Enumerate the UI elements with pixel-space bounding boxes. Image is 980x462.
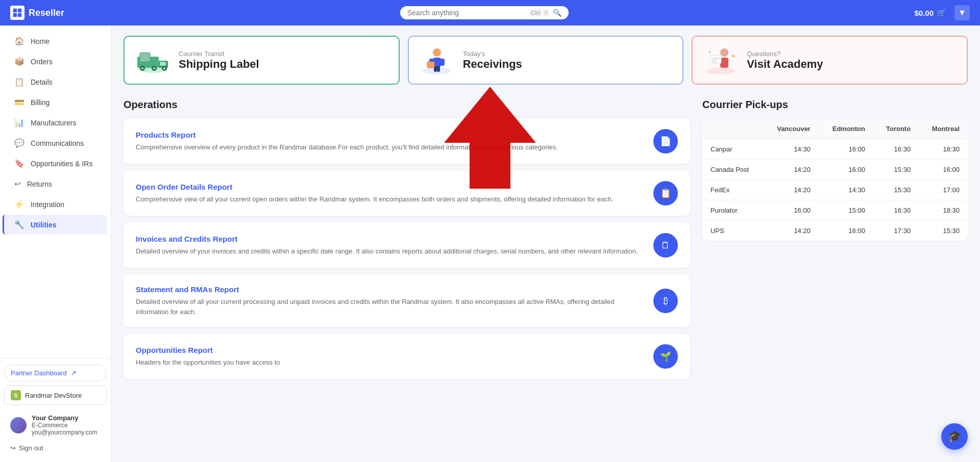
receivings-sub: Today's — [463, 50, 522, 58]
sidebar-label-billing: Billing — [31, 98, 50, 107]
svg-point-11 — [153, 67, 155, 69]
statement-desc: Detailed overview of all your current pr… — [136, 297, 645, 317]
cell-vancouver: 16:00 — [763, 200, 819, 221]
home-icon: 🏠 — [14, 36, 24, 46]
user-email: you@yourcompany.com — [32, 429, 97, 436]
cell-carrier: UPS — [702, 221, 763, 241]
sidebar-item-billing[interactable]: 💳 Billing — [4, 92, 107, 112]
operation-products-report: Products Report Comprehensive overview o… — [124, 119, 690, 164]
sidebar-item-orders[interactable]: 📦 Orders — [4, 52, 107, 71]
svg-text:✦: ✦ — [708, 50, 712, 55]
open-order-button[interactable]: 📋 — [653, 181, 678, 206]
statement-button[interactable]: ₿ — [653, 289, 678, 313]
search-icon: 🔍 — [553, 9, 561, 17]
orders-icon: 📦 — [14, 57, 24, 66]
opportunities-title[interactable]: Opportunities Report — [136, 346, 645, 354]
statement-title[interactable]: Statement and RMAs Report — [136, 285, 645, 294]
sidebar: 🏠 Home 📦 Orders 📋 Details 💳 Billing 📊 Ma… — [0, 25, 111, 462]
user-dropdown-button[interactable]: ▼ — [954, 5, 970, 20]
billing-icon: 💳 — [14, 97, 24, 107]
details-icon: 📋 — [14, 77, 24, 87]
svg-point-17 — [433, 48, 441, 57]
receivings-main: Receivings — [463, 58, 522, 71]
sidebar-label-integration: Integration — [31, 200, 64, 209]
pickup-table-wrap: Vancouver Edmonton Toronto Montreal Canp… — [702, 119, 968, 241]
col-toronto: Toronto — [873, 119, 919, 139]
sidebar-item-utilities[interactable]: 🔧 Utilities — [3, 215, 107, 235]
integration-icon: ⚡ — [14, 199, 24, 209]
products-report-button[interactable]: 📄 — [653, 129, 678, 153]
sidebar-label-utilities: Utilities — [31, 221, 57, 229]
statement-info: Statement and RMAs Report Detailed overv… — [136, 285, 645, 317]
cell-edmonton: 15:00 — [819, 200, 873, 221]
cell-vancouver: 14:30 — [763, 139, 819, 160]
operation-statement: Statement and RMAs Report Detailed overv… — [124, 275, 690, 327]
shipping-main: Shipping Label — [179, 58, 259, 71]
receivings-text: Today's Receivings — [463, 50, 522, 71]
cart-amount[interactable]: $0.00 🛒 — [914, 8, 946, 17]
svg-rect-1 — [18, 9, 22, 13]
cell-toronto: 16:30 — [873, 139, 919, 160]
pickup-panel: Courrier Pick-ups Vancouver Edmonton Tor… — [702, 99, 968, 386]
pickup-title: Courrier Pick-ups — [702, 99, 968, 111]
col-vancouver: Vancouver — [763, 119, 819, 139]
pickup-table: Vancouver Edmonton Toronto Montreal Canp… — [702, 119, 968, 241]
academy-main: Visit Academy — [747, 58, 823, 71]
returns-icon: ↩ — [14, 179, 21, 189]
cell-montreal: 18:30 — [919, 139, 968, 160]
search-bar[interactable]: Ctrl / 🔍 — [400, 6, 569, 19]
user-details: Your Company E-Commerce you@yourcompany.… — [32, 414, 97, 436]
cell-carrier: Purolator — [702, 200, 763, 221]
search-input[interactable] — [407, 9, 525, 17]
signout-button[interactable]: ↪ Sign out — [4, 440, 107, 456]
sidebar-item-returns[interactable]: ↩ Returns — [4, 174, 107, 194]
svg-point-9 — [141, 67, 143, 69]
external-link-icon: ↗ — [71, 369, 77, 377]
sidebar-nav: 🏠 Home 📦 Orders 📋 Details 💳 Billing 📊 Ma… — [0, 31, 111, 358]
utilities-icon: 🔧 — [14, 220, 24, 229]
sidebar-item-manufacturers[interactable]: 📊 Manufacturers — [4, 113, 107, 133]
col-carrier — [702, 119, 763, 139]
banner-receivings[interactable]: Today's Receivings — [408, 36, 684, 85]
sidebar-item-details[interactable]: 📋 Details — [4, 72, 107, 92]
topnav-right: $0.00 🛒 ▼ — [904, 5, 970, 20]
partner-dashboard-button[interactable]: Partner Dashboard ↗ — [4, 365, 107, 381]
operations-title: Operations — [124, 99, 690, 111]
user-company: E-Commerce — [32, 422, 97, 429]
floating-help-button[interactable]: 🎓 — [941, 423, 968, 450]
col-edmonton: Edmonton — [819, 119, 873, 139]
cart-icon: 🛒 — [937, 8, 946, 17]
brand-logo[interactable]: Reseller — [10, 6, 64, 20]
col-montreal: Montreal — [919, 119, 968, 139]
operation-open-order: Open Order Details Report Comprehensive … — [124, 171, 690, 216]
sidebar-item-communications[interactable]: 💬 Communications — [4, 133, 107, 153]
invoices-button[interactable]: 🗒 — [653, 233, 678, 258]
cart-value: $0.00 — [914, 9, 934, 17]
sidebar-item-integration[interactable]: ⚡ Integration — [4, 194, 107, 214]
svg-rect-3 — [18, 13, 22, 17]
products-report-title[interactable]: Products Report — [136, 131, 645, 139]
sidebar-label-manufacturers: Manufacturers — [31, 119, 76, 127]
opportunities-icon: 🔖 — [14, 159, 24, 168]
shopify-store-button[interactable]: S Randmar DevStore — [4, 386, 107, 405]
shipping-sub: Courrier Transit — [179, 50, 259, 58]
sidebar-label-home: Home — [31, 37, 50, 45]
sidebar-label-returns: Returns — [27, 180, 52, 188]
sidebar-item-opportunities[interactable]: 🔖 Opportunities & IRs — [4, 153, 107, 173]
svg-rect-23 — [427, 62, 434, 68]
shipping-text: Courrier Transit Shipping Label — [179, 50, 259, 71]
sidebar-item-home[interactable]: 🏠 Home — [4, 31, 107, 51]
opportunities-button[interactable]: 🌱 — [653, 344, 678, 369]
svg-point-25 — [706, 67, 735, 74]
shopify-logo: S — [11, 390, 21, 400]
user-avatar — [10, 417, 27, 433]
open-order-title[interactable]: Open Order Details Report — [136, 183, 645, 191]
cell-edmonton: 16:00 — [819, 139, 873, 160]
products-report-info: Products Report Comprehensive overview o… — [136, 131, 645, 152]
banner-shipping[interactable]: Courrier Transit Shipping Label — [124, 36, 400, 85]
invoices-title[interactable]: Invoices and Credits Report — [136, 235, 645, 243]
banner-academy[interactable]: ★ ✦ Questions? Visit Academy — [692, 36, 968, 85]
sidebar-label-opportunities: Opportunities & IRs — [31, 160, 92, 168]
bottom-section: Operations Products Report Comprehensive… — [124, 99, 968, 386]
svg-rect-22 — [437, 66, 440, 72]
